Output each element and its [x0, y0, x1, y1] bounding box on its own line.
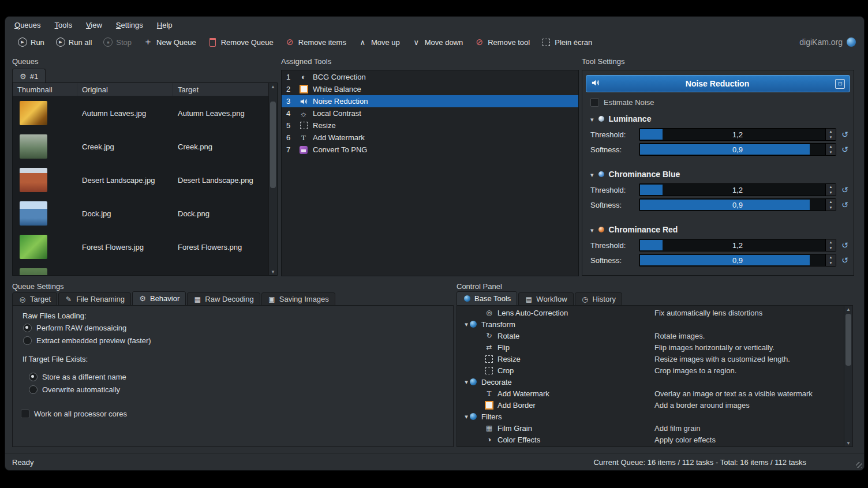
column-target[interactable]: Target [173, 83, 269, 96]
chroma-red-threshold-slider[interactable]: 1,2 [639, 239, 836, 251]
thumbnail [20, 235, 47, 259]
tool-row-white-balance[interactable]: 2 White Balance [282, 83, 578, 95]
reset-icon[interactable] [841, 185, 848, 194]
table-row[interactable]: Desert Landscape.jpg Desert Landscape.pn… [13, 163, 269, 197]
spinbox-arrows[interactable] [825, 199, 836, 211]
tab-raw-decoding[interactable]: Raw Decoding [187, 292, 260, 306]
remove-items-button[interactable]: Remove items [285, 37, 346, 47]
tool-row-noise-reduction[interactable]: 3 Noise Reduction [282, 95, 578, 107]
scroll-up-icon[interactable]: ▲ [844, 306, 852, 313]
section-luminance[interactable]: Luminance [590, 114, 651, 123]
tool-row-resize[interactable]: 5 Resize [282, 119, 578, 132]
fullscreen-button[interactable]: Plein écran [541, 37, 592, 47]
tree-item-add-watermark[interactable]: Add Watermark Overlay an image or text a… [457, 388, 852, 399]
section-chrominance-blue[interactable]: Chrominance Blue [590, 170, 680, 179]
resize-grip[interactable] [856, 462, 862, 468]
vertical-scrollbar[interactable]: ▲ ▼ [844, 306, 852, 446]
tree-item-color-effects[interactable]: Color Effects Apply color effects [457, 434, 852, 445]
speaker-icon [299, 97, 308, 106]
tab-workflow[interactable]: Workflow [518, 292, 573, 306]
radio-store-different-name[interactable]: Store as a different name [29, 373, 453, 381]
tree-item-flip[interactable]: Flip Flip images horizontally or vertica… [457, 341, 852, 353]
scroll-down-icon[interactable]: ▼ [269, 268, 277, 275]
scroll-up-icon[interactable]: ▲ [269, 83, 277, 90]
spinbox-arrows[interactable] [825, 184, 836, 196]
luminance-threshold-slider[interactable]: 1,2 [639, 128, 836, 141]
collapse-arrow-icon[interactable] [463, 321, 470, 328]
tab-history[interactable]: History [575, 292, 622, 306]
tree-category-filters[interactable]: Filters [457, 411, 852, 422]
remove-queue-button[interactable]: Remove Queue [208, 37, 274, 47]
collapse-arrow-icon[interactable] [590, 114, 594, 123]
checkbox-work-all-cores[interactable]: Work on all processor cores [21, 410, 453, 418]
spinbox-arrows[interactable] [825, 144, 836, 155]
radio-perform-raw-demosaicing[interactable]: Perform RAW demosaicing [23, 324, 453, 332]
spinbox-arrows[interactable] [825, 254, 836, 266]
queue-tab-1[interactable]: #1 [12, 69, 46, 83]
run-button[interactable]: Run [18, 37, 44, 47]
collapse-arrow-icon[interactable] [590, 225, 594, 234]
radio-extract-embedded-preview[interactable]: Extract embedded preview (faster) [23, 336, 453, 345]
tree-item-film-grain[interactable]: Film Grain Add film grain [457, 422, 852, 434]
collapse-arrow-icon[interactable] [463, 413, 470, 421]
spinbox-arrows[interactable] [825, 239, 836, 251]
menu-settings[interactable]: Settings [116, 21, 143, 29]
tab-file-renaming[interactable]: File Renaming [58, 292, 131, 306]
scroll-down-icon[interactable]: ▼ [844, 440, 852, 446]
estimate-noise-checkbox[interactable]: Estimate Noise [590, 98, 654, 107]
chroma-red-softness-slider[interactable]: 0,9 [639, 254, 836, 266]
thumbnail [20, 168, 47, 192]
menu-queues[interactable]: Queues [14, 21, 41, 29]
table-row[interactable]: Creek.jpg Creek.png [13, 130, 269, 163]
luminance-softness-slider[interactable]: 0,9 [639, 143, 836, 156]
menu-tools[interactable]: Tools [55, 21, 72, 29]
column-thumbnail[interactable]: Thumbnail [13, 83, 77, 96]
tree-item-resize[interactable]: Resize Resize images with a customized l… [457, 353, 852, 365]
tab-base-tools[interactable]: Base Tools [457, 291, 517, 306]
tool-row-bcg-correction[interactable]: 1 BCG Correction [282, 71, 578, 83]
reset-icon[interactable] [841, 145, 848, 154]
move-up-button[interactable]: Move up [358, 37, 400, 47]
move-down-button[interactable]: Move down [411, 37, 463, 47]
table-row[interactable]: Forest.jpg Forest.png [13, 264, 269, 275]
reset-icon[interactable] [841, 200, 848, 209]
tree-category-transform[interactable]: Transform [457, 318, 852, 330]
tool-row-convert-to-png[interactable]: 7 Convert To PNG [282, 144, 578, 156]
scrollbar-thumb[interactable] [270, 102, 276, 188]
chroma-blue-threshold-slider[interactable]: 1,2 [639, 183, 836, 196]
remove-tool-button[interactable]: Remove tool [474, 37, 530, 47]
reset-icon[interactable] [841, 256, 848, 265]
detach-icon[interactable] [835, 79, 845, 89]
new-queue-button[interactable]: New Queue [143, 37, 196, 47]
tab-target[interactable]: Target [12, 292, 57, 306]
tool-row-local-contrast[interactable]: 4 Local Contrast [282, 107, 578, 119]
section-chrominance-red[interactable]: Chrominance Red [590, 225, 678, 234]
menu-view[interactable]: View [86, 21, 102, 29]
table-row[interactable]: Autumn Leaves.jpg Autumn Leaves.png [13, 96, 269, 130]
collapse-arrow-icon[interactable] [590, 170, 594, 179]
vertical-scrollbar[interactable]: ▲ ▼ [268, 83, 277, 275]
target-icon [18, 295, 27, 303]
table-row[interactable]: Dock.jpg Dock.png [13, 197, 269, 230]
column-original[interactable]: Original [77, 83, 173, 96]
table-row[interactable]: Forest Flowers.jpg Forest Flowers.png [13, 230, 269, 264]
reset-icon[interactable] [841, 130, 848, 139]
tab-behavior[interactable]: Behavior [132, 291, 186, 306]
tree-item-crop[interactable]: Crop Crop images to a region. [457, 365, 852, 376]
radio-overwrite-automatically[interactable]: Overwrite automatically [29, 385, 453, 394]
tree-item-lens-auto-correction[interactable]: Lens Auto-Correction Fix automatically l… [457, 307, 852, 318]
run-all-button[interactable]: Run all [56, 37, 92, 47]
collapse-arrow-icon[interactable] [463, 378, 470, 386]
digikam-org-link[interactable]: digiKam.org [799, 37, 856, 47]
tab-saving-images[interactable]: Saving Images [261, 292, 335, 306]
tree-item-rotate[interactable]: Rotate Rotate images. [457, 330, 852, 341]
tree-item-add-border[interactable]: Add Border Add a border around images [457, 399, 852, 411]
scrollbar-thumb[interactable] [845, 314, 851, 366]
spinbox-arrows[interactable] [825, 129, 836, 140]
menu-help[interactable]: Help [157, 21, 173, 29]
stop-button[interactable]: Stop [103, 37, 132, 47]
tree-category-decorate[interactable]: Decorate [457, 376, 852, 388]
chroma-blue-softness-slider[interactable]: 0,9 [639, 198, 836, 211]
reset-icon[interactable] [841, 241, 848, 250]
tool-row-add-watermark[interactable]: 6 Add Watermark [282, 132, 578, 144]
